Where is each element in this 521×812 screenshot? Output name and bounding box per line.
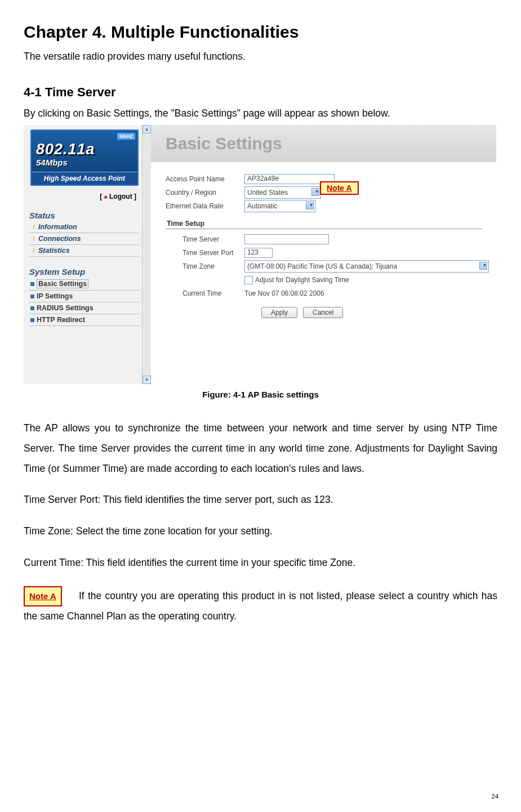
chapter-title: Chapter 4. Multiple Functionalities <box>24 23 497 42</box>
paragraph-current-time: Current Time: This field identifies the … <box>24 555 497 570</box>
logo-bar: High Speed Access Point <box>32 172 137 185</box>
square-icon <box>30 318 34 322</box>
wave-icon: ⌇ <box>30 224 36 230</box>
square-icon <box>30 295 34 298</box>
menu-item-label: HTTP Redirect <box>37 316 85 324</box>
menu-item-label: Basic Settings <box>37 279 88 288</box>
note-a-callout: Note A <box>320 181 359 195</box>
apply-button[interactable]: Apply <box>261 307 297 318</box>
paragraph-timezone: Time Zone: Select the time zone location… <box>24 523 497 539</box>
cancel-button[interactable]: Cancel <box>303 307 343 318</box>
logo-subtitle: 54Mbps <box>36 158 68 167</box>
time-server-port-label: Time Server Port <box>182 249 244 257</box>
menu-item-label: RADIUS Settings <box>37 304 93 312</box>
square-icon <box>30 306 34 310</box>
time-server-port-input[interactable]: 123 <box>244 248 273 258</box>
logo-5ghz-badge: 5GHZ <box>117 133 135 140</box>
paragraph-ntp: The AP allows you to synchronize the tim… <box>24 418 497 479</box>
scroll-up-icon[interactable]: ▲ <box>143 125 151 133</box>
note-a-text: If the country you are operating this pr… <box>24 590 497 622</box>
logo: 5GHZ 802.11a 54Mbps High Speed Access Po… <box>30 130 139 186</box>
time-setup-header: Time Setup <box>166 217 482 229</box>
menu-item-label: Information <box>38 223 77 231</box>
chapter-intro: The versatile radio provides many useful… <box>24 51 497 63</box>
wave-icon: ⌇ <box>30 248 36 253</box>
logout-label: Logout <box>109 193 132 200</box>
time-zone-label: Time Zone <box>182 262 244 270</box>
scroll-down-icon[interactable]: ▼ <box>143 376 151 384</box>
logout-link[interactable]: [ ■ Logout ] <box>24 193 136 200</box>
menu-item-http-redirect[interactable]: HTTP Redirect <box>29 314 139 326</box>
menu-item-label: Connections <box>38 235 81 243</box>
sidebar: 5GHZ 802.11a 54Mbps High Speed Access Po… <box>24 125 151 384</box>
ap-name-label: Access Point Name <box>166 175 244 183</box>
menu-item-basic-settings[interactable]: Basic Settings <box>29 278 139 291</box>
wave-icon: ⌇ <box>30 236 36 242</box>
note-a-paragraph: Note A If the country you are operating … <box>24 586 497 626</box>
edr-label: Ethernet Data Rate <box>166 202 244 210</box>
current-time-label: Current Time <box>182 289 244 297</box>
menu-header-status: Status <box>29 211 151 220</box>
page-number: 24 <box>491 792 498 801</box>
menu-item-label: IP Settings <box>37 292 73 300</box>
edr-select[interactable]: Automatic <box>244 200 315 212</box>
current-time-value: Tue Nov 07 06:08:02 2006 <box>244 289 324 297</box>
section-intro: By clicking on Basic Settings, the "Basi… <box>24 108 497 119</box>
dst-label: Adjust for Daylight Saving Time <box>255 276 349 284</box>
note-a-badge: Note A <box>24 586 62 606</box>
menu-item-radius-settings[interactable]: RADIUS Settings <box>29 302 139 314</box>
menu-item-statistics[interactable]: ⌇Statistics <box>29 245 139 257</box>
time-zone-select[interactable]: (GMT-08:00) Pacific Time (US & Canada); … <box>244 260 489 273</box>
menu-item-ip-settings[interactable]: IP Settings <box>29 291 139 302</box>
square-icon <box>30 282 34 286</box>
page-header: Basic Settings <box>151 125 496 162</box>
figure-caption: Figure: 4-1 AP Basic settings <box>24 390 497 399</box>
dst-checkbox[interactable] <box>244 276 253 284</box>
time-server-input[interactable] <box>244 234 329 244</box>
menu-item-connections[interactable]: ⌇Connections <box>29 233 139 245</box>
country-select[interactable]: United States <box>244 186 321 199</box>
screenshot-basic-settings: 5GHZ 802.11a 54Mbps High Speed Access Po… <box>24 125 496 384</box>
content-pane: Basic Settings Access Point Name AP32a49… <box>151 125 496 384</box>
logo-title: 802.11a <box>36 141 95 158</box>
country-label: Country / Region <box>166 189 244 197</box>
menu-header-setup: System Setup <box>29 267 151 276</box>
menu-item-information[interactable]: ⌇Information <box>29 221 139 233</box>
menu-item-label: Statistics <box>38 247 70 255</box>
sidebar-scrollbar[interactable]: ▲ ▼ <box>142 125 151 384</box>
time-server-label: Time Server <box>182 235 244 243</box>
paragraph-port: Time Server Port: This field identifies … <box>24 492 497 507</box>
section-title: 4-1 Time Server <box>24 85 497 100</box>
